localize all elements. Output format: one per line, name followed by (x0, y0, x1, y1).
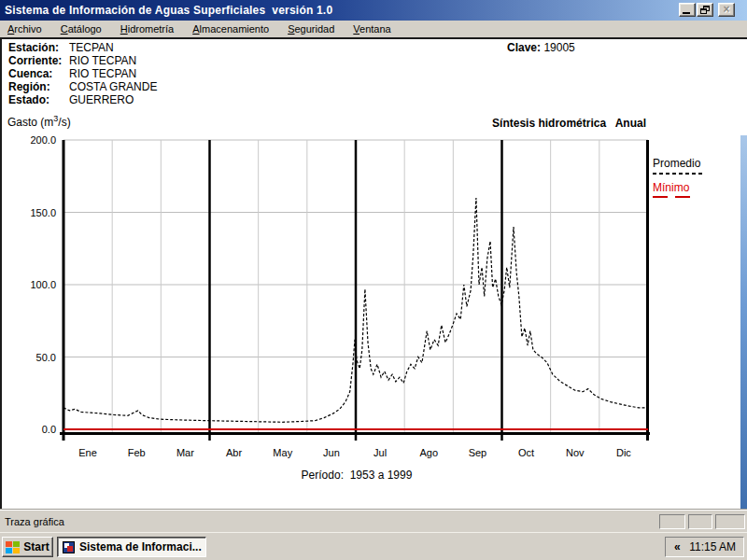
menu-item-hidrometria[interactable]: Hidrometría (116, 22, 178, 35)
window-titlebar[interactable]: Sistema de Información de Aguas Superfic… (0, 0, 747, 21)
station-info-row: Estado:GUERRERO (8, 93, 157, 106)
taskbar: Start Sistema de Informaci... « 11:15 AM (0, 532, 747, 560)
tray-collapse-chevron[interactable]: « (674, 540, 680, 553)
menu-item-accel: C (61, 23, 68, 35)
status-bar: Traza gráfica (0, 509, 747, 532)
menu-item-rest: eguridad (295, 23, 335, 35)
close-button[interactable]: × (718, 3, 735, 17)
y-tick-label: 50.0 (36, 352, 56, 363)
menu-item-accel: A (192, 23, 199, 35)
month-label: Sep (469, 447, 487, 458)
clave-label: Clave: (507, 41, 541, 54)
menu-item-rest: atálogo (68, 23, 102, 35)
station-info-row: Cuenca:RIO TECPAN (8, 67, 157, 80)
flag-quadrant (13, 541, 20, 547)
legend-entry-minimo: Mínimo (653, 181, 703, 198)
status-panel (688, 514, 712, 529)
info-value: GUERRERO (69, 93, 134, 106)
status-panel (659, 514, 685, 529)
content-area: Estación:TECPANCorriente:RIO TECPANCuenc… (0, 37, 747, 509)
promedio-line-sample (653, 173, 703, 175)
chart: 200.0150.0100.050.00.0EneFebMarAbrMayJun… (2, 133, 747, 469)
legend-minimo-label: Mínimo (653, 181, 703, 194)
station-info-row: Estación:TECPAN (8, 41, 157, 54)
chart-title: Síntesis hidrométrica Anual (492, 117, 646, 130)
menu-bar: ArchivoCatálogoHidrometríaAlmacenamiento… (0, 21, 747, 37)
menu-item-rest: lmacenamiento (200, 23, 270, 35)
app-icon (63, 541, 75, 553)
windows-logo-icon (6, 541, 20, 553)
info-label: Estado: (8, 93, 69, 106)
chart-legend: Promedio Mínimo (653, 157, 703, 198)
y-tick-label: 100.0 (30, 279, 56, 290)
legend-entry-promedio: Promedio (653, 157, 703, 175)
start-button-label: Start (23, 540, 49, 553)
clave-value: 19005 (543, 41, 574, 54)
minimize-button[interactable] (679, 3, 696, 17)
screen: Sistema de Información de Aguas Superfic… (0, 0, 747, 560)
system-tray: « 11:15 AM (665, 537, 744, 557)
taskbar-clock: 11:15 AM (689, 540, 736, 553)
month-label: Jul (374, 447, 387, 458)
station-clave: Clave: 19005 (507, 41, 575, 54)
ylabel-prefix: Gasto (m (7, 116, 53, 129)
menu-item-rest: rchivo (14, 23, 41, 35)
station-info: Estación:TECPANCorriente:RIO TECPANCuenc… (8, 41, 157, 106)
menu-item-ventana[interactable]: Ventana (348, 22, 395, 35)
month-label: Feb (128, 447, 146, 458)
y-tick-label: 150.0 (30, 207, 56, 218)
flag-quadrant (6, 548, 12, 553)
month-label: Nov (566, 447, 585, 458)
legend-promedio-label: Promedio (653, 157, 703, 170)
menu-item-rest: idrometría (128, 23, 175, 35)
menu-item-catalogo[interactable]: Catálogo (56, 22, 106, 35)
month-label: Ene (78, 447, 97, 458)
start-button[interactable]: Start (2, 537, 53, 557)
flag-quadrant (6, 541, 12, 547)
chart-caption: Período: 1953 a 1999 (252, 469, 461, 482)
minimize-icon (683, 12, 690, 14)
info-label: Estación: (8, 41, 69, 54)
station-info-row: Región:COSTA GRANDE (8, 80, 157, 93)
status-text: Traza gráfica (5, 516, 64, 527)
menu-item-rest: entana (359, 23, 391, 35)
taskbar-app-label: Sistema de Informaci... (79, 540, 202, 553)
info-value: TECPAN (69, 41, 114, 54)
desktop-edge-strip (740, 135, 747, 511)
month-label: Oct (518, 447, 534, 458)
y-tick-label: 0.0 (42, 424, 56, 435)
info-value: RIO TECPAN (69, 54, 136, 67)
close-icon: × (723, 5, 729, 15)
info-value: RIO TECPAN (69, 67, 136, 80)
info-label: Corriente: (8, 54, 69, 67)
taskbar-app-button[interactable]: Sistema de Informaci... (57, 537, 206, 557)
month-label: Dic (616, 447, 631, 458)
station-info-row: Corriente:RIO TECPAN (8, 54, 157, 67)
menu-item-seguridad[interactable]: Seguridad (283, 22, 339, 35)
flag-quadrant (13, 548, 20, 553)
window-title: Sistema de Información de Aguas Superfic… (5, 4, 332, 17)
minimo-line-sample (653, 196, 696, 198)
menu-item-almacenamiento[interactable]: Almacenamiento (188, 22, 274, 35)
info-label: Cuenca: (8, 67, 69, 80)
info-label: Región: (8, 80, 69, 93)
month-label: May (273, 447, 292, 458)
restore-icon (700, 6, 710, 14)
status-panel (715, 514, 745, 529)
menu-item-archivo[interactable]: Archivo (3, 22, 47, 35)
menu-item-accel: S (288, 23, 294, 35)
info-value: COSTA GRANDE (69, 80, 157, 93)
menu-item-accel: H (120, 23, 128, 35)
month-label: Abr (226, 447, 242, 458)
month-label: Jun (323, 447, 340, 458)
y-axis-title: Gasto (m3/s) (7, 114, 71, 129)
ylabel-suffix: /s) (58, 116, 70, 129)
month-label: Mar (176, 447, 194, 458)
restore-button[interactable] (697, 3, 713, 17)
y-tick-label: 200.0 (30, 134, 56, 146)
month-label: Ago (419, 447, 438, 458)
